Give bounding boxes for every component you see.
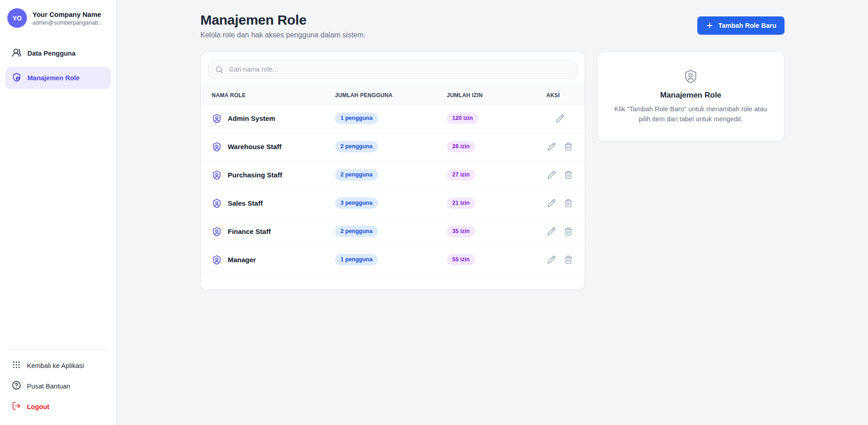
pencil-icon (547, 255, 556, 264)
permissions-count-badge: 120 izin (447, 113, 478, 124)
sidebar: YO Your Company Name admin@sumberpangana… (0, 0, 117, 425)
trash-icon (564, 255, 573, 264)
detail-panel: Manajemen Role Klik "Tambah Role Baru" u… (597, 52, 784, 141)
company-email: admin@sumberpanganab... (32, 20, 103, 26)
pencil-icon (556, 114, 565, 123)
search-area (201, 52, 585, 86)
row-actions (546, 254, 574, 265)
footer-item-label: Logout (27, 403, 49, 410)
page-title: Manajemen Role (200, 12, 366, 28)
users-count-badge: 1 pengguna (335, 113, 378, 124)
detail-panel-description: Klik "Tambah Role Baru" untuk menambah r… (613, 104, 769, 124)
footer-item-label: Pusat Bantuan (27, 383, 70, 390)
shield-user-icon (212, 198, 222, 208)
table-row[interactable]: Sales Staff3 pengguna21 izin (201, 189, 585, 218)
shield-user-icon (212, 170, 222, 180)
row-actions (546, 198, 574, 208)
edit-role-button[interactable] (546, 141, 557, 152)
edit-role-button[interactable] (546, 198, 557, 208)
sidebar-item-manajemen-role[interactable]: Manajemen Role (5, 67, 111, 89)
users-icon (12, 48, 21, 59)
permissions-count-badge: 27 izin (447, 169, 475, 181)
page-header-text: Manajemen Role Kelola role dan hak akses… (200, 12, 366, 39)
users-count-badge: 2 pengguna (335, 169, 378, 181)
company-profile[interactable]: YO Your Company Name admin@sumberpangana… (5, 7, 111, 29)
users-count-badge: 2 pengguna (335, 226, 378, 237)
page-subtitle: Kelola role dan hak akses pengguna dalam… (200, 31, 366, 39)
shield-user-icon (683, 69, 698, 84)
sidebar-nav: Data Pengguna Manajemen Role (5, 42, 111, 89)
users-count-badge: 1 pengguna (335, 254, 378, 265)
shield-user-icon (212, 255, 222, 265)
role-search-box (208, 60, 577, 79)
main-content: Manajemen Role Kelola role dan hak akses… (117, 0, 868, 425)
permissions-count-badge: 21 izin (447, 197, 475, 209)
permissions-count-badge: 26 izin (447, 141, 475, 152)
delete-role-button[interactable] (563, 170, 574, 180)
add-role-button[interactable]: Tambah Role Baru (697, 16, 784, 35)
app-grid-icon (12, 360, 21, 371)
shield-user-icon (212, 114, 222, 124)
company-name: Your Company Name (32, 10, 103, 18)
delete-role-button[interactable] (563, 198, 574, 208)
permissions-count-badge: 35 izin (447, 226, 475, 237)
role-name: Admin System (228, 114, 275, 122)
pencil-icon (547, 142, 556, 151)
column-header-aksi: AKSI (546, 92, 574, 98)
column-header-jumlah-pengguna: JUMLAH PENGGUNA (335, 92, 447, 98)
users-count-badge: 3 pengguna (335, 197, 378, 209)
edit-role-button[interactable] (546, 254, 557, 265)
delete-role-button[interactable] (563, 226, 574, 237)
search-input[interactable] (228, 65, 570, 73)
sidebar-divider (9, 349, 107, 350)
row-actions (546, 170, 574, 180)
logout-item[interactable]: Logout (5, 396, 111, 417)
back-to-app-item[interactable]: Kembali ke Aplikasi (5, 355, 111, 376)
help-circle-icon (12, 381, 21, 391)
logout-icon (12, 401, 21, 412)
table-row[interactable]: Admin System1 pengguna120 izin (201, 104, 585, 133)
trash-icon (564, 142, 573, 151)
shield-user-icon (212, 227, 222, 237)
help-center-item[interactable]: Pusat Bantuan (5, 376, 111, 396)
table-body: Admin System1 pengguna120 izinWarehouse … (201, 104, 585, 274)
row-actions (546, 113, 574, 124)
trash-icon (564, 227, 573, 236)
delete-role-button[interactable] (563, 254, 574, 265)
table-row[interactable]: Warehouse Staff2 pengguna26 izin (201, 133, 585, 161)
search-icon (215, 65, 224, 74)
company-profile-text: Your Company Name admin@sumberpanganab..… (32, 10, 103, 26)
role-name: Manager (228, 256, 256, 264)
table-row[interactable]: Purchasing Staff2 pengguna27 izin (201, 161, 585, 189)
column-header-jumlah-izin: JUMLAH IZIN (447, 92, 546, 98)
detail-panel-title: Manajemen Role (660, 91, 721, 100)
avatar: YO (7, 8, 27, 28)
pencil-icon (547, 227, 556, 236)
role-name: Purchasing Staff (228, 171, 282, 179)
sidebar-footer: Kembali ke Aplikasi Pusat Bantuan Logout (5, 349, 111, 417)
edit-role-button[interactable] (546, 170, 557, 180)
table-footer (201, 274, 585, 290)
delete-role-button[interactable] (563, 141, 574, 152)
sidebar-item-data-pengguna[interactable]: Data Pengguna (5, 42, 111, 64)
row-actions (546, 226, 574, 237)
footer-item-label: Kembali ke Aplikasi (27, 362, 84, 369)
table-row[interactable]: Manager1 pengguna55 izin (201, 246, 585, 274)
role-name: Sales Staff (228, 199, 263, 207)
role-name: Finance Staff (228, 228, 271, 235)
shield-user-badge-icon (12, 73, 21, 83)
edit-role-button[interactable] (555, 113, 565, 124)
users-count-badge: 2 pengguna (335, 141, 378, 152)
add-role-button-label: Tambah Role Baru (718, 22, 776, 29)
edit-role-button[interactable] (546, 226, 557, 237)
pencil-icon (547, 171, 556, 179)
table-row[interactable]: Finance Staff2 pengguna35 izin (201, 218, 585, 246)
shield-user-icon (212, 142, 222, 152)
table-header: NAMA ROLE JUMLAH PENGGUNA JUMLAH IZIN AK… (201, 86, 585, 104)
pencil-icon (547, 199, 556, 207)
row-actions (546, 141, 574, 152)
sidebar-item-label: Data Pengguna (27, 50, 76, 57)
role-name: Warehouse Staff (228, 143, 282, 150)
trash-icon (564, 199, 573, 207)
column-header-nama-role: NAMA ROLE (212, 92, 335, 98)
